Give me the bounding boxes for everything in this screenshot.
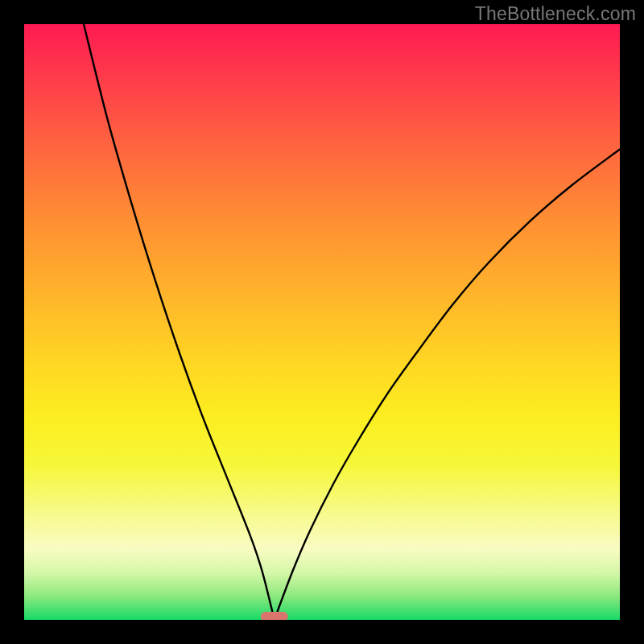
- optimal-marker: [261, 612, 288, 620]
- bottleneck-curve: [24, 24, 620, 620]
- chart-frame: TheBottleneck.com: [0, 0, 644, 644]
- curve-right-branch: [275, 149, 620, 620]
- watermark-text: TheBottleneck.com: [475, 3, 636, 25]
- plot-area: [24, 24, 620, 620]
- curve-left-branch: [84, 24, 275, 620]
